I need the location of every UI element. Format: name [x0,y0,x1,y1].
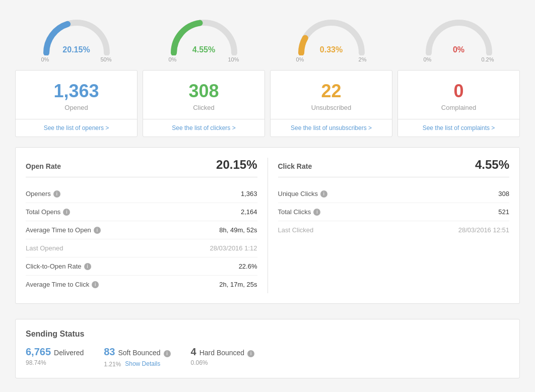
open-rate-gauge-container: 20.15% 0% 50% [15,10,138,62]
sending-status-section: Sending Status 6,765 Delivered 98.74% 83… [15,319,520,378]
total-clicks-info-icon[interactable]: i [313,209,320,216]
complained-number: 0 [406,81,512,102]
click-stats-half: Click Rate 4.55% Unique Clicks i 308 Tot… [268,158,510,293]
unsubscribed-label: Unsubscribed [278,104,384,111]
soft-bounced-pct: 1.21% [104,361,121,368]
delivered-item: 6,765 Delivered 98.74% [26,346,84,366]
open-rate-header-value: 20.15% [216,158,257,172]
unique-clicks-value: 308 [498,190,509,198]
hard-bounced-label: Hard Bounced [199,349,245,357]
complaint-rate-gauge: 0% [419,10,499,55]
hard-bounced-info-icon[interactable]: i [247,350,254,357]
unique-clicks-info-icon[interactable]: i [320,190,327,198]
total-clicks-row: Total Clicks i 521 [278,203,510,221]
opened-card-body: 1,363 Opened [16,71,137,119]
stats-detail-section: Open Rate 20.15% Openers i 1,363 Total O… [15,147,520,304]
total-opens-row: Total Opens i 2,164 [26,203,257,221]
delivered-label: Delivered [54,349,84,357]
soft-bounced-info-icon[interactable]: i [164,350,171,357]
cards-row: 1,363 Opened See the list of openers > 3… [15,70,520,137]
complained-card-body: 0 Complained [398,71,519,119]
soft-bounced-number: 83 [104,346,115,358]
avg-time-click-value: 2h, 17m, 25s [219,281,257,288]
unsub-rate-min: 0% [296,56,304,62]
open-rate-gauge-labels: 0% 50% [41,56,112,62]
open-rate-header-label: Open Rate [26,162,61,170]
click-to-open-info-icon[interactable]: i [84,263,91,270]
opened-label: Opened [23,104,129,111]
unique-clicks-row: Unique Clicks i 308 [278,185,510,203]
main-page: 20.15% 0% 50% 4.55% 0% 10% [0,0,535,392]
avg-time-open-value: 8h, 49m, 52s [219,226,257,234]
total-clicks-value: 521 [498,208,509,216]
last-clicked-row: Last Clicked 28/03/2016 12:51 [278,221,510,239]
open-stats-half: Open Rate 20.15% Openers i 1,363 Total O… [26,158,257,293]
soft-bounced-top: 83 Soft Bounced i [104,346,170,358]
clicked-link[interactable]: See the list of clickers > [143,119,264,137]
complaint-rate-gauge-labels: 0% 0.2% [424,56,494,62]
clicked-card-body: 308 Clicked [143,71,264,119]
opened-number: 1,363 [23,81,129,102]
complaint-rate-gauge-value: 0% [453,45,464,54]
clicked-label: Clicked [151,104,257,111]
hard-bounced-top: 4 Hard Bounced i [191,346,255,358]
unsubscribed-card: 22 Unsubscribed See the list of unsubscr… [270,70,392,137]
click-to-open-row: Click-to-Open Rate i 22.6% [26,257,257,276]
soft-bounced-item: 83 Soft Bounced i 1.21% Show Details [104,346,170,368]
complaint-rate-min: 0% [424,56,432,62]
opened-link[interactable]: See the list of openers > [16,119,137,137]
click-rate-min: 0% [169,56,177,62]
total-opens-info-icon[interactable]: i [63,209,70,216]
click-to-open-label: Click-to-Open Rate i [26,263,91,270]
soft-bounced-label: Soft Bounced [118,349,160,357]
delivered-pct: 98.74% [26,359,84,366]
complained-link[interactable]: See the list of complaints > [398,119,519,137]
unsub-rate-gauge: 0.33% [291,10,372,55]
total-clicks-label: Total Clicks i [278,208,321,216]
click-to-open-value: 22.6% [239,263,257,270]
click-rate-header-label: Click Rate [278,162,312,170]
delivered-number: 6,765 [26,346,51,358]
openers-value: 1,363 [241,190,257,198]
unsub-rate-gauge-value: 0.33% [320,45,343,54]
open-stats-header: Open Rate 20.15% [26,158,257,177]
open-rate-max: 50% [100,56,111,62]
click-rate-gauge-container: 4.55% 0% 10% [143,10,265,62]
openers-info-icon[interactable]: i [53,190,60,198]
open-rate-gauge: 20.15% [36,10,117,55]
click-stats-header: Click Rate 4.55% [278,158,510,177]
hard-bounced-number: 4 [191,346,196,358]
unsub-rate-max: 2% [359,56,367,62]
avg-time-open-row: Average Time to Open i 8h, 49m, 52s [26,221,257,239]
avg-time-click-info-icon[interactable]: i [92,281,99,288]
complaint-rate-gauge-container: 0% 0% 0.2% [397,10,520,62]
avg-time-open-info-icon[interactable]: i [94,227,101,234]
clicked-number: 308 [151,81,257,102]
avg-time-click-label: Average Time to Click i [26,281,99,288]
hard-bounced-pct: 0.06% [191,359,255,366]
sending-status-row: 6,765 Delivered 98.74% 83 Soft Bounced i… [26,346,509,368]
unsub-rate-gauge-container: 0.33% 0% 2% [270,10,392,62]
complained-label: Complained [406,104,512,111]
open-rate-min: 0% [41,56,49,62]
openers-row: Openers i 1,363 [26,185,257,203]
total-opens-label: Total Opens i [26,208,70,216]
click-rate-gauge-labels: 0% 10% [169,56,239,62]
total-opens-value: 2,164 [241,208,257,216]
sending-status-title: Sending Status [26,330,509,339]
complained-card: 0 Complained See the list of complaints … [397,70,520,137]
gauge-row: 20.15% 0% 50% 4.55% 0% 10% [15,10,520,62]
show-details-link[interactable]: Show Details [125,360,160,367]
click-rate-header-value: 4.55% [475,158,509,172]
avg-time-open-label: Average Time to Open i [26,226,101,234]
delivered-top: 6,765 Delivered [26,346,84,358]
last-opened-label: Last Opened [26,244,63,252]
unsub-rate-gauge-labels: 0% 2% [296,56,367,62]
openers-label: Openers i [26,190,60,198]
open-rate-gauge-value: 20.15% [62,45,90,54]
click-rate-max: 10% [228,56,239,62]
unsubscribed-number: 22 [278,81,384,102]
avg-time-click-row: Average Time to Click i 2h, 17m, 25s [26,276,257,293]
unsubscribed-link[interactable]: See the list of unsubscribers > [271,119,392,137]
last-opened-value: 28/03/2016 1:12 [210,244,257,252]
